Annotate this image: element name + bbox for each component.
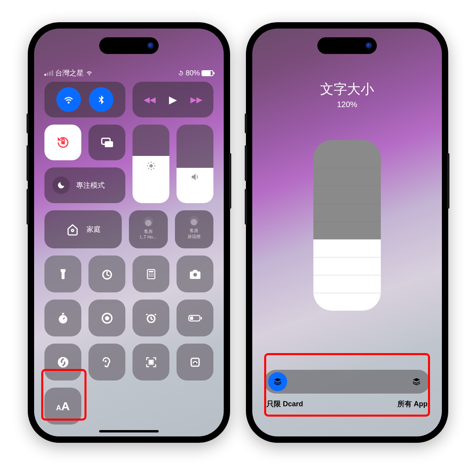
orientation-lock-tile[interactable] — [44, 125, 81, 160]
media-controls-tile[interactable]: ◀◀ ▶ ▶▶ — [132, 82, 213, 117]
svg-point-13 — [71, 229, 74, 232]
home-accessory-1[interactable]: 客房 L.T Ho... — [129, 210, 168, 248]
brightness-slider[interactable] — [132, 125, 169, 203]
calculator-tile[interactable] — [132, 256, 169, 292]
scope-label-right: 所有 App — [397, 399, 428, 409]
moon-icon — [56, 181, 66, 190]
stopwatch-icon — [57, 312, 69, 325]
panel-title: 文字大小 — [320, 80, 374, 98]
home-accessory-2[interactable]: 客房 床頭燈 — [175, 210, 214, 248]
text-size-slider[interactable] — [313, 140, 381, 311]
wifi-icon — [63, 94, 75, 106]
text-size-panel: 文字大小 120% — [252, 29, 442, 436]
bulb-icon — [145, 220, 152, 226]
svg-point-0 — [180, 73, 182, 74]
scope-option-app[interactable] — [268, 372, 287, 391]
record-tile[interactable] — [88, 300, 125, 336]
svg-point-23 — [193, 273, 197, 276]
svg-point-18 — [150, 273, 152, 275]
bulb-icon — [191, 219, 197, 225]
wifi-toggle[interactable] — [56, 87, 81, 112]
low-power-tile[interactable] — [177, 300, 213, 336]
focus-mode-tile[interactable]: 專注模式 — [44, 167, 125, 203]
svg-rect-35 — [152, 360, 153, 362]
volume-slider[interactable] — [177, 125, 213, 203]
home-indicator[interactable] — [99, 430, 159, 432]
battery-icon — [202, 70, 213, 76]
timer-tile[interactable] — [88, 256, 125, 292]
connectivity-tile[interactable] — [44, 82, 125, 117]
svg-point-19 — [152, 273, 154, 275]
accessory-2-label: 客房 床頭燈 — [188, 228, 201, 240]
screen-mirroring-tile[interactable] — [88, 125, 125, 160]
accessory-1-label: 客房 L.T Ho... — [140, 229, 157, 239]
svg-point-27 — [105, 316, 109, 320]
flashlight-icon — [57, 268, 69, 280]
carrier-label: 台灣之星 — [55, 68, 84, 78]
camera-tile[interactable] — [177, 256, 213, 292]
scope-label-left: 只限 Dcard — [267, 399, 303, 409]
forward-icon[interactable]: ▶▶ — [190, 95, 202, 104]
dynamic-island — [317, 37, 377, 54]
scope-slider[interactable] — [264, 370, 430, 394]
svg-line-10 — [153, 168, 154, 169]
svg-rect-3 — [105, 141, 113, 147]
svg-rect-31 — [190, 317, 193, 320]
side-button — [245, 113, 247, 133]
alarm-icon — [145, 312, 157, 325]
camera-icon — [189, 268, 202, 281]
svg-point-21 — [150, 275, 152, 277]
svg-point-22 — [152, 275, 154, 277]
shazam-tile[interactable] — [44, 344, 81, 380]
ear-icon — [101, 356, 113, 368]
rewind-icon[interactable]: ◀◀ — [144, 95, 155, 104]
wifi-indicator-icon — [86, 69, 93, 77]
svg-rect-37 — [152, 363, 153, 364]
play-icon[interactable]: ▶ — [169, 94, 177, 106]
text-size-tile[interactable]: AA — [44, 388, 81, 425]
svg-point-33 — [104, 360, 106, 362]
side-button — [447, 153, 449, 209]
shazam-icon — [57, 356, 69, 369]
text-size-percentage: 120% — [337, 100, 357, 109]
svg-line-11 — [148, 168, 149, 169]
rotation-lock-icon — [56, 135, 70, 150]
stack-icon — [412, 377, 421, 386]
qr-scan-tile[interactable] — [132, 344, 169, 380]
side-button — [229, 153, 231, 209]
phone-frame-left: 台灣之星 80% — [28, 22, 230, 443]
scope-selector-area: 只限 Dcard 所有 App — [264, 370, 430, 409]
home-label: 家庭 — [86, 225, 101, 234]
side-button — [27, 113, 29, 133]
calculator-icon — [146, 269, 157, 280]
home-tile[interactable]: 家庭 — [44, 210, 122, 248]
side-button — [245, 189, 247, 225]
svg-point-17 — [148, 273, 150, 275]
quick-note-tile[interactable] — [177, 344, 213, 380]
screen-mirroring-icon — [100, 135, 114, 150]
battery-icon — [188, 314, 202, 323]
svg-rect-36 — [149, 363, 151, 364]
dynamic-island — [99, 37, 159, 54]
timer-icon — [101, 268, 113, 281]
alarm-tile[interactable] — [132, 300, 169, 336]
status-bar: 台灣之星 80% — [44, 68, 213, 78]
scope-option-all[interactable] — [407, 372, 426, 391]
svg-line-12 — [153, 163, 154, 164]
flashlight-tile[interactable] — [44, 256, 81, 292]
svg-point-20 — [148, 275, 150, 277]
bluetooth-toggle[interactable] — [89, 87, 113, 112]
volume-icon — [190, 172, 200, 182]
svg-rect-16 — [149, 271, 154, 272]
svg-rect-30 — [201, 317, 202, 319]
rotation-lock-indicator-icon — [178, 70, 184, 76]
hearing-tile[interactable] — [88, 344, 125, 380]
side-button — [245, 145, 247, 181]
svg-rect-1 — [61, 141, 65, 144]
side-button — [27, 145, 29, 181]
svg-point-4 — [149, 164, 153, 168]
cellular-signal-icon — [44, 70, 53, 76]
stopwatch-tile[interactable] — [44, 300, 81, 336]
camera-dot — [366, 42, 372, 49]
text-size-icon: AA — [56, 400, 70, 413]
